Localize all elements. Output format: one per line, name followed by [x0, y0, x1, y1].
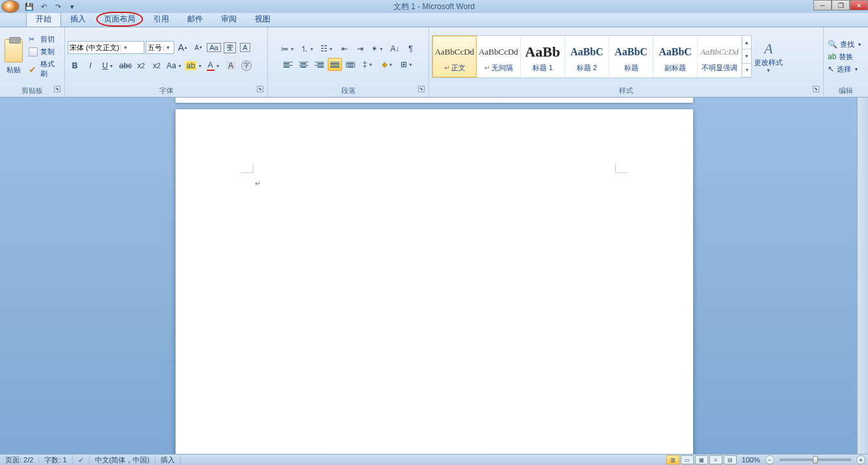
clear-format-button[interactable]: Aa: [207, 41, 221, 54]
copy-icon: [29, 47, 38, 57]
bullets-button[interactable]: ≔▼: [279, 42, 297, 55]
decrease-indent-button[interactable]: ⇤: [337, 42, 352, 55]
style-normal[interactable]: AaBbCcDd↵正文: [432, 36, 477, 77]
clipboard-launcher[interactable]: ⬊: [54, 86, 60, 92]
grow-font-button[interactable]: A▴: [176, 41, 190, 54]
style-heading1[interactable]: AaBb标题 1: [521, 36, 565, 77]
align-right-button[interactable]: [312, 58, 326, 71]
shading-button[interactable]: ◆▼: [378, 58, 397, 71]
status-language[interactable]: 中文(简体，中国): [90, 455, 155, 465]
save-icon[interactable]: 💾: [23, 1, 35, 12]
status-insert-mode[interactable]: 插入: [155, 455, 181, 465]
gallery-up-icon[interactable]: ▲: [743, 36, 751, 49]
paragraph-mark: ↵: [255, 179, 261, 188]
subscript-button[interactable]: x2: [134, 59, 148, 72]
view-full-screen-button[interactable]: ▭: [681, 455, 694, 464]
distribute-button[interactable]: [343, 58, 358, 71]
zoom-level[interactable]: 100%: [742, 456, 760, 464]
view-draft-button[interactable]: ▤: [724, 455, 737, 464]
minimize-button[interactable]: ─: [813, 0, 832, 10]
format-painter-button[interactable]: ✔格式刷: [27, 59, 62, 79]
gallery-more-icon[interactable]: ▾: [743, 64, 751, 77]
view-print-layout-button[interactable]: ▥: [666, 455, 679, 464]
maximize-button[interactable]: ❐: [832, 0, 850, 10]
italic-button[interactable]: I: [83, 59, 98, 72]
gallery-down-icon[interactable]: ▼: [743, 49, 751, 63]
style-heading2[interactable]: AaBbC标题 2: [565, 36, 609, 77]
styles-launcher[interactable]: ⬊: [813, 86, 819, 92]
style-title[interactable]: AaBbC标题: [609, 36, 653, 77]
shrink-font-button[interactable]: A▾: [191, 41, 205, 54]
font-color-button[interactable]: A▼: [204, 59, 222, 72]
style-subtle-emphasis[interactable]: AaBbCcDd不明显强调: [698, 36, 742, 77]
tab-review[interactable]: 审阅: [212, 12, 246, 27]
office-button[interactable]: [1, 0, 20, 13]
font-name-combo[interactable]: 宋体 (中文正文)▼: [68, 41, 144, 54]
multilevel-button[interactable]: ☷▼: [318, 42, 336, 55]
qat-more-icon[interactable]: ▾: [66, 1, 78, 12]
sort-button[interactable]: A↓: [388, 42, 402, 55]
tab-home[interactable]: 开始: [26, 11, 61, 27]
align-justify-button[interactable]: [328, 58, 342, 71]
zoom-out-button[interactable]: −: [765, 455, 774, 464]
view-outline-button[interactable]: ≡: [709, 455, 722, 464]
scissors-icon: ✂: [29, 35, 38, 44]
select-button[interactable]: ↖选择▾: [826, 64, 862, 75]
tab-view[interactable]: 视图: [246, 12, 280, 27]
window-title: 文档 1 - Microsoft Word: [393, 1, 475, 12]
align-left-button[interactable]: [281, 58, 295, 71]
redo-icon[interactable]: ↷: [52, 1, 64, 12]
superscript-button[interactable]: x2: [150, 59, 164, 72]
tab-references[interactable]: 引用: [144, 12, 178, 27]
tab-insert[interactable]: 插入: [61, 12, 95, 27]
undo-icon[interactable]: ↶: [38, 1, 49, 12]
status-proof-icon[interactable]: ✓: [73, 455, 90, 465]
change-styles-button[interactable]: A 更改样式 ▼: [754, 40, 783, 73]
status-words[interactable]: 字数: 1: [39, 455, 72, 465]
zoom-slider[interactable]: [780, 458, 851, 461]
borders-button[interactable]: ⊞▼: [398, 58, 416, 71]
copy-button[interactable]: 复制: [27, 46, 62, 57]
cut-label: 剪切: [40, 34, 55, 44]
cut-button[interactable]: ✂剪切: [27, 34, 62, 45]
paragraph-launcher[interactable]: ⬊: [418, 86, 425, 92]
status-page[interactable]: 页面: 2/2: [0, 455, 39, 465]
strike-button[interactable]: abc: [118, 59, 133, 72]
paste-label: 粘贴: [7, 65, 21, 75]
style-subtitle[interactable]: AaBbC副标题: [653, 36, 698, 77]
document-area: ↵: [0, 98, 868, 454]
view-web-button[interactable]: ▦: [695, 455, 708, 464]
bold-button[interactable]: B: [68, 59, 82, 72]
increase-indent-button[interactable]: ⇥: [353, 42, 367, 55]
close-button[interactable]: ✕: [850, 0, 868, 10]
change-styles-label: 更改样式: [754, 58, 783, 68]
font-launcher[interactable]: ⬊: [257, 86, 263, 92]
paste-button[interactable]: 粘贴: [3, 31, 25, 82]
zoom-thumb[interactable]: [813, 456, 818, 464]
group-label-clipboard: 剪贴板⬊: [3, 85, 62, 97]
line-spacing-button[interactable]: ‡▼: [359, 58, 377, 71]
font-size-combo[interactable]: 五号▼: [146, 41, 174, 54]
gallery-scroll: ▲ ▼ ▾: [742, 36, 751, 77]
align-center-button[interactable]: [296, 58, 311, 71]
zoom-in-button[interactable]: +: [856, 455, 865, 464]
show-marks-button[interactable]: ¶: [404, 42, 418, 55]
tab-page-layout[interactable]: 页面布局: [95, 12, 144, 27]
asian-layout-button[interactable]: ✴▼: [369, 42, 387, 55]
numbering-button[interactable]: ⒈▼: [298, 42, 317, 55]
phonetic-button[interactable]: 变: [222, 41, 237, 54]
style-no-spacing[interactable]: AaBbCcDd↵无间隔: [477, 36, 521, 77]
tab-mailings[interactable]: 邮件: [178, 12, 212, 27]
underline-button[interactable]: U▼: [99, 59, 117, 72]
char-shading-button[interactable]: A: [224, 59, 238, 72]
document-page[interactable]: ↵: [176, 109, 693, 454]
replace-button[interactable]: ab替换: [826, 51, 862, 62]
highlight-button[interactable]: ab▼: [185, 59, 203, 72]
enclosed-char-button[interactable]: 字: [239, 59, 254, 72]
char-border-button[interactable]: A: [238, 41, 252, 54]
change-case-button[interactable]: Aa▼: [165, 59, 183, 72]
find-button[interactable]: 🔍查找▾: [826, 39, 862, 50]
vertical-scrollbar[interactable]: [857, 98, 868, 454]
margin-corner-tl: [241, 164, 254, 173]
group-paragraph: ≔▼ ⒈▼ ☷▼ ⇤ ⇥ ✴▼ A↓ ¶ ‡▼ ◆▼ ⊞▼ 段落⬊: [268, 27, 429, 97]
